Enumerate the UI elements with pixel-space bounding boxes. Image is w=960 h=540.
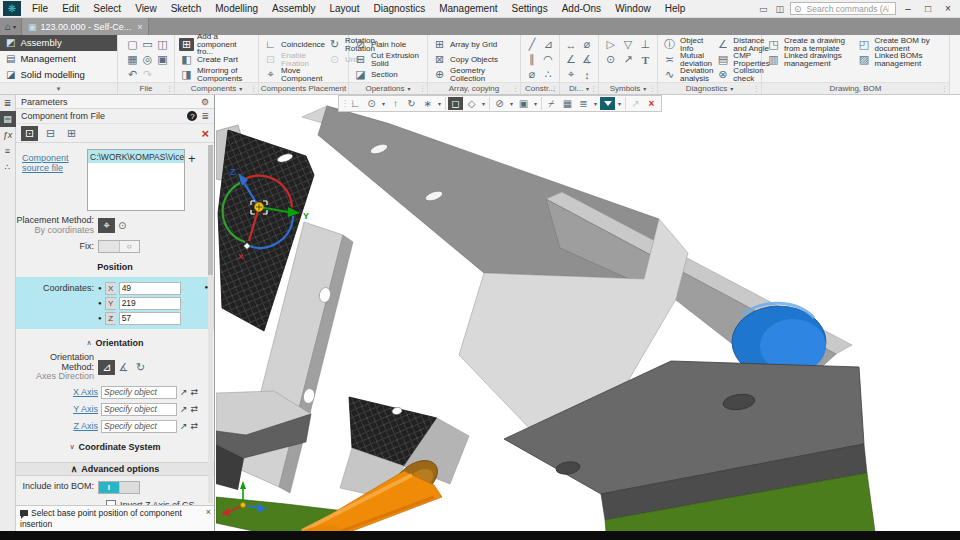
reverse-direction-icon[interactable]: ⇄ — [191, 387, 199, 397]
hierarchy-icon[interactable]: ∴ — [0, 159, 16, 175]
undo-icon[interactable]: ↶ — [125, 68, 140, 81]
construction-points-icon[interactable]: ∴ — [541, 68, 556, 81]
menu-diagnostics[interactable]: Diagnostics — [366, 0, 432, 17]
z-axis-link[interactable]: Z Axis — [16, 421, 98, 431]
chevron-down-icon[interactable]: ▾ — [380, 100, 387, 107]
construction-parallel-icon[interactable]: ∥ — [525, 53, 540, 66]
fix-toggle[interactable]: ○ — [98, 240, 140, 253]
radio-dot-icon[interactable]: ● — [98, 315, 102, 321]
new-document-icon[interactable]: ▢ — [125, 38, 140, 51]
group-caret-icon[interactable]: ▾ — [239, 85, 242, 92]
mirror-components-button[interactable]: ◨Mirroring of Components — [178, 67, 255, 82]
source-file-list[interactable]: C:\WORK\KOMPAS\Vice... — [87, 149, 185, 211]
parameters-panel-icon[interactable]: ▤ — [0, 111, 16, 127]
design-tree-icon[interactable]: ≣ — [0, 95, 16, 111]
group-caret-icon[interactable]: ▾ — [730, 85, 733, 92]
help-icon[interactable]: ? — [187, 111, 197, 121]
include-bom-toggle[interactable]: I — [98, 481, 140, 494]
cut-extrusion-button[interactable]: ⊟Cut Extrusion Solid — [352, 52, 424, 67]
close-button[interactable]: × — [940, 3, 956, 14]
variables-icon[interactable]: ƒx — [0, 127, 16, 143]
menu-sketch[interactable]: Sketch — [164, 0, 209, 17]
marker-symbol-icon[interactable]: ⊙ — [603, 53, 618, 66]
linked-drawings-button[interactable]: ▥Linked drawings management — [765, 52, 856, 67]
angular-dimension-icon[interactable]: ∡ — [580, 53, 595, 66]
menu-assembly[interactable]: Assembly — [265, 0, 322, 17]
add-file-button[interactable]: + — [188, 149, 196, 211]
search-input[interactable] — [805, 3, 891, 15]
insert-mode-icon[interactable]: ⊡ — [21, 126, 38, 141]
abort-button[interactable]: × — [644, 97, 659, 110]
viewport[interactable]: Z Y X ⋮⋮ ∟ ⊙▾ ↑ ↻ ∗▾ ◻ ◇▾ ⊘▾ ▣▾ ⌿ ▦ ≣▾ — [216, 95, 960, 531]
coordinate-z-input[interactable] — [119, 312, 181, 325]
group-caret-icon[interactable]: ▾ — [586, 85, 589, 92]
status-close-icon[interactable]: × — [206, 507, 211, 518]
annotation-icon[interactable]: ↗ — [620, 53, 635, 66]
tab-management[interactable]: ▤Management — [0, 51, 117, 67]
free-orientation-icon[interactable]: ↻ — [132, 360, 149, 375]
rotate-view-icon[interactable]: ↻ — [404, 97, 419, 110]
menu-view[interactable]: View — [128, 0, 164, 17]
group-grip-icon[interactable]: ⋮ — [340, 85, 347, 93]
menu-layout[interactable]: Layout — [322, 0, 366, 17]
array-by-grid-button[interactable]: ⊞Array by Grid — [431, 37, 517, 52]
pick-direction-icon[interactable]: ↗ — [180, 387, 188, 397]
toolbar-grip[interactable]: ⋮⋮ — [341, 99, 347, 108]
object-info-button[interactable]: ⓘObject Info — [661, 37, 714, 52]
section-button[interactable]: ◪Section — [352, 67, 424, 82]
create-bom-button[interactable]: ◰Create BOM by document — [856, 37, 947, 52]
leader-symbol-icon[interactable]: ▷ — [603, 38, 618, 51]
chevron-down-icon[interactable]: ▾ — [616, 100, 623, 107]
chevron-down-icon[interactable]: ▾ — [480, 100, 487, 107]
tab-assembly[interactable]: ◩Assembly — [0, 35, 117, 51]
mutual-deviation-button[interactable]: ≍Mutual deviation — [661, 52, 714, 67]
by-mate-icon[interactable]: ⊙ — [118, 220, 126, 231]
orient-up-icon[interactable]: ↑ — [388, 97, 403, 110]
confirm-button[interactable]: ↗ — [628, 97, 643, 110]
linked-boms-button[interactable]: ▨Linked BOMs management — [856, 52, 947, 67]
open-document-icon[interactable]: ▭ — [140, 38, 155, 51]
datum-symbol-icon[interactable]: ▽ — [620, 38, 635, 51]
coordinate-y-input[interactable] — [119, 297, 181, 310]
ribbon-collapse-chevron[interactable]: ▾ — [0, 82, 117, 94]
tab-close-icon[interactable]: × — [135, 22, 142, 32]
create-part-button[interactable]: ◧Create Part — [178, 52, 255, 67]
group-grip-icon[interactable]: ⋮ — [753, 85, 760, 93]
vertical-dimension-icon[interactable]: ↕ — [580, 68, 595, 81]
menu-edit[interactable]: Edit — [55, 0, 86, 17]
redo-icon[interactable]: ↷ — [140, 68, 155, 81]
menu-select[interactable]: Select — [86, 0, 128, 17]
tree-icon[interactable]: ≣ — [201, 111, 209, 121]
panel-scrollbar[interactable] — [208, 145, 213, 503]
layers-icon[interactable]: ≣ — [576, 97, 591, 110]
group-grip-icon[interactable]: ⋮ — [649, 85, 656, 93]
group-grip-icon[interactable]: ⋮ — [551, 85, 558, 93]
angles-orientation-icon[interactable]: ∡ — [115, 360, 132, 375]
maximize-button[interactable]: □ — [920, 3, 936, 14]
pick-direction-icon[interactable]: ↗ — [180, 404, 188, 414]
isometric-view-button[interactable]: ◻ — [448, 97, 463, 110]
insert-option-icon[interactable]: ⊟ — [42, 126, 59, 141]
ground-symbol-icon[interactable]: ⊥ — [638, 38, 653, 51]
group-grip-icon[interactable]: ⋮ — [166, 85, 173, 93]
group-grip-icon[interactable]: ⋮ — [512, 85, 519, 93]
deviation-analysis-button[interactable]: ∿Deviation analysis — [661, 67, 714, 82]
group-grip-icon[interactable]: ⋮ — [941, 85, 948, 93]
save-as-icon[interactable]: ▣ — [155, 53, 170, 66]
tab-solid-modelling[interactable]: ◪Solid modelling — [0, 66, 117, 82]
group-caret-icon[interactable]: ▾ — [643, 85, 646, 92]
print-icon[interactable]: ▦ — [125, 53, 140, 66]
chevron-down-icon[interactable]: ▾ — [532, 100, 539, 107]
coordinate-x-input[interactable] — [119, 282, 181, 295]
zoom-icon[interactable]: ⊙ — [364, 97, 379, 110]
x-axis-input[interactable] — [101, 386, 177, 399]
z-axis-input[interactable] — [101, 420, 177, 433]
gear-icon[interactable]: ⚙ — [201, 97, 209, 107]
chevron-down-icon[interactable]: ▾ — [508, 100, 515, 107]
copy-objects-button[interactable]: ⊠Copy Objects — [431, 52, 517, 67]
plain-hole-button[interactable]: ⊘Plain hole — [352, 37, 424, 52]
menu-addons[interactable]: Add-Ons — [555, 0, 608, 17]
move-component-button[interactable]: ⌖Move Component — [262, 67, 326, 82]
diameter-dimension-icon[interactable]: ⌀ — [580, 38, 595, 51]
layout-window-icon[interactable]: ▭ — [757, 4, 770, 14]
